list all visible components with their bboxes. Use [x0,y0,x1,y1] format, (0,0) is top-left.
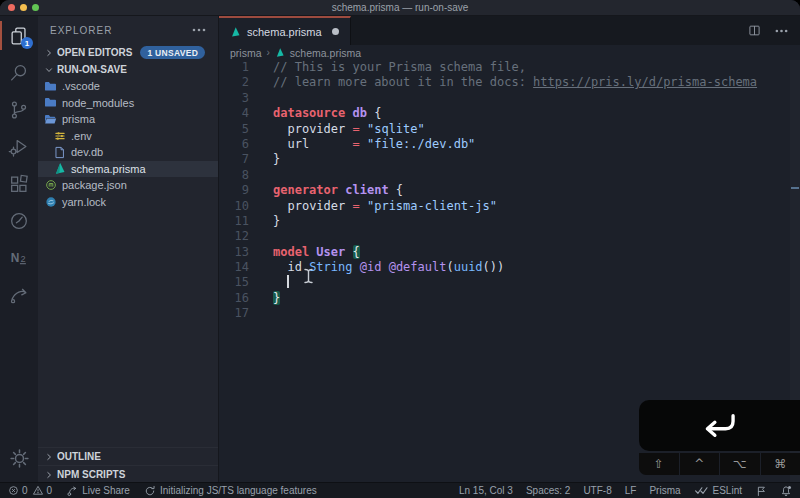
line-number: 10 [219,199,249,214]
indentation-status[interactable]: Spaces: 2 [526,485,570,496]
chevron-right-icon [43,47,55,59]
sidebar-item-extensions[interactable] [0,165,38,202]
line-number: 7 [219,152,249,167]
file-name: package.json [62,179,127,191]
line-number: 4 [219,106,249,121]
code-line-9[interactable]: 9generator client { [219,183,800,198]
zoom-window-button[interactable] [32,4,39,11]
sidebar-item-wakatime[interactable] [0,202,38,239]
file-tree-item-yarn-lock[interactable]: yarn.lock [38,194,218,211]
code-line-4[interactable]: 4datasource db { [219,106,800,121]
code-line-1[interactable]: 1// This is your Prisma schema file, [219,60,800,75]
workspace-section[interactable]: RUN-ON-SAVE [38,61,218,78]
n2-extension-icon: N 2 [8,247,30,269]
run-debug-icon [8,136,30,158]
line-number: 6 [219,137,249,152]
explorer-more-actions-icon[interactable] [192,28,206,32]
sidebar-item-swoosh-extension[interactable] [0,276,38,313]
line-number: 11 [219,214,249,229]
explorer-sidebar: EXPLORER OPEN EDITORS 1 UNSAVED RUN-ON-S… [38,16,219,483]
open-editors-section[interactable]: OPEN EDITORS 1 UNSAVED [38,44,218,61]
code-line-13[interactable]: 13model User { [219,245,800,260]
pressed-key-display [639,400,800,451]
folder-icon [44,96,57,109]
code-line-6[interactable]: 6 url = "file:./dev.db" [219,137,800,152]
prisma-icon [53,162,66,175]
error-count: 0 [22,485,28,496]
error-icon [8,485,19,496]
eslint-status[interactable]: ESLint [694,485,742,496]
code-line-11[interactable]: 11} [219,214,800,229]
code-line-15[interactable]: 15 [219,275,800,290]
line-number: 15 [219,275,249,290]
text-caret [287,275,289,288]
code-line-14[interactable]: 14 id String @id @default(uuid()) [219,260,800,275]
encoding-status[interactable]: UTF-8 [583,485,611,496]
breadcrumb[interactable]: prisma › schema.prisma [219,45,800,60]
chevron-right-icon [43,469,55,481]
file-tree-item-prisma[interactable]: prisma [38,111,218,128]
line-number: 16 [219,291,249,306]
modifier-key-2: ⌥ [720,453,760,475]
language-mode-status[interactable]: Prisma [649,485,680,496]
sidebar-title: EXPLORER [50,25,112,36]
sidebar-item-run-debug[interactable] [0,128,38,165]
line-number: 2 [219,75,249,90]
line-number: 14 [219,260,249,275]
line-number: 9 [219,183,249,198]
code-line-5[interactable]: 5 provider = "sqlite" [219,122,800,137]
language-status-message[interactable]: Initializing JS/TS language features [144,485,317,497]
explorer-badge: 1 [21,37,33,49]
more-actions-icon[interactable] [775,29,788,33]
file-name: node_modules [62,97,134,109]
code-line-3[interactable]: 3 [219,91,800,106]
code-line-12[interactable]: 12 [219,229,800,244]
modified-dot-icon[interactable] [332,28,339,35]
code-line-17[interactable]: 17 [219,306,800,321]
close-window-button[interactable] [8,4,15,11]
split-editor-icon[interactable] [748,24,761,37]
overview-ruler-cursor-marker [791,187,799,189]
svg-text:2: 2 [20,254,25,264]
file-tree-item--env[interactable]: .env [38,128,218,145]
breadcrumb-folder[interactable]: prisma [230,47,262,59]
file-tree-item-node-modules[interactable]: node_modules [38,95,218,112]
npm-scripts-section[interactable]: NPM SCRIPTS [38,465,218,483]
file-name: prisma [62,113,95,125]
eol-status[interactable]: LF [625,485,637,496]
code-line-2[interactable]: 2// learn more about it in the docs: htt… [219,75,800,90]
code-line-16[interactable]: 16} [219,291,800,306]
minimize-window-button[interactable] [20,4,27,11]
keystroke-visualizer: ⇧^⌥⌘ [639,400,800,475]
activity-bar: 1 [0,16,38,483]
breadcrumb-file[interactable]: schema.prisma [290,47,361,59]
extensions-icon [8,173,30,195]
tab-schema-prisma[interactable]: schema.prisma [219,16,351,45]
sidebar-item-source-control[interactable] [0,91,38,128]
sidebar-item-explorer[interactable]: 1 [0,17,38,54]
cursor-position-status[interactable]: Ln 15, Col 3 [459,485,513,496]
language-status-text: Initializing JS/TS language features [160,485,317,496]
live-share-status[interactable]: Live Share [66,485,130,497]
outline-section[interactable]: OUTLINE [38,447,218,465]
code-line-10[interactable]: 10 provider = "prisma-client-js" [219,199,800,214]
file-tree-item-package-json[interactable]: package.json [38,177,218,194]
notifications-bell-icon[interactable] [780,485,792,497]
file-tree-item-schema-prisma[interactable]: schema.prisma [38,161,218,178]
tab-label: schema.prisma [247,26,322,38]
title-bar[interactable]: schema.prisma — run-on-save [0,0,800,16]
file-tree-item--vscode[interactable]: .vscode [38,78,218,95]
problems-status[interactable]: 0 0 [8,485,52,496]
breadcrumb-separator: › [267,47,270,58]
modifier-key-0: ⇧ [639,453,679,475]
code-line-7[interactable]: 7} [219,152,800,167]
file-name: schema.prisma [71,163,146,175]
eslint-label: ESLint [713,485,742,496]
sidebar-item-n2-extension[interactable]: N 2 [0,239,38,276]
sidebar-item-search[interactable] [0,54,38,91]
tab-bar: schema.prisma [219,16,800,45]
code-line-8[interactable]: 8 [219,168,800,183]
feedback-icon[interactable] [755,485,767,497]
manage-button[interactable] [0,440,38,477]
file-tree-item-dev-db[interactable]: dev.db [38,144,218,161]
